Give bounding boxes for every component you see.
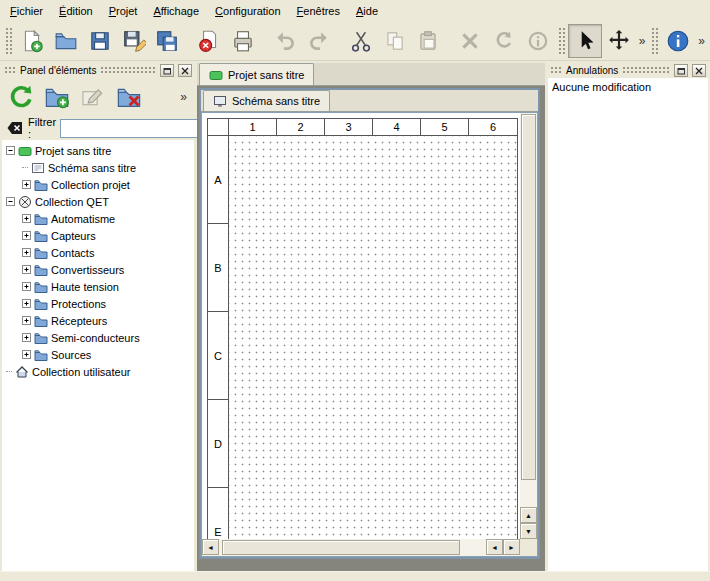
column-header-label: 4 [373,119,421,135]
vertical-scrollbar[interactable]: ▲ ▼ [520,113,537,539]
expand-icon[interactable] [22,214,31,223]
copy-icon [383,29,407,53]
scroll-right-button[interactable]: ► [503,539,520,555]
toolbar-drag-handle[interactable] [651,27,658,55]
rotate-button[interactable] [487,24,521,58]
tree-item[interactable]: Contacts [2,244,194,261]
tree-item-label: Collection utilisateur [32,366,130,378]
menu-projet[interactable]: Projet [101,2,146,20]
save-as-button[interactable] [117,24,151,58]
toolbar-drag-handle[interactable] [5,27,12,55]
float-panel-button[interactable] [160,64,174,77]
expand-icon[interactable] [22,265,31,274]
collapse-icon[interactable] [6,197,15,206]
expand-icon[interactable] [22,248,31,257]
tree-item[interactable]: Collection projet [2,176,194,193]
menu-aide[interactable]: Aide [348,2,386,20]
tree-item[interactable]: Protections [2,295,194,312]
tree-item[interactable]: Convertisseurs [2,261,194,278]
vertical-scroll-track[interactable] [520,113,537,507]
undo-panel-titlebar[interactable]: Annulations [548,63,708,78]
float-undo-panel-button[interactable] [674,64,688,77]
expand-icon[interactable] [22,282,31,291]
tree-item-label: Capteurs [51,230,96,242]
select-tool-button[interactable] [568,24,602,58]
move-tool-button[interactable] [602,24,636,58]
tree-item-label: Protections [51,298,106,310]
tree-item[interactable]: Semi-conducteurs [2,329,194,346]
menu-affichage[interactable]: Affichage [145,2,207,20]
tree-item[interactable]: Sources [2,346,194,363]
paste-button[interactable] [412,24,446,58]
project-tab[interactable]: Projet sans titre [199,63,314,85]
expand-icon[interactable] [22,299,31,308]
element-info-button[interactable] [521,24,555,58]
menu-fenetres[interactable]: Fenêtres [289,2,348,20]
tools-overflow-chevron[interactable]: » [636,34,649,48]
vertical-scroll-thumb[interactable] [521,114,536,480]
expand-icon[interactable] [22,316,31,325]
close-panel-button[interactable] [178,64,192,77]
tree-item[interactable]: Récepteurs [2,312,194,329]
column-header-label: 2 [277,119,325,135]
copy-button[interactable] [378,24,412,58]
cursor-arrow-icon [573,29,597,53]
menu-configuration[interactable]: Configuration [207,2,288,20]
save-all-button[interactable] [150,24,184,58]
down-arrow-icon: ▼ [525,528,532,535]
scroll-left-button[interactable]: ◄ [202,539,219,555]
save-button[interactable] [83,24,117,58]
panel-overflow-chevron[interactable]: » [177,90,190,104]
expand-icon[interactable] [22,231,31,240]
grid-dots-area[interactable] [229,136,517,539]
tree-item[interactable]: Capteurs [2,227,194,244]
diagram-canvas[interactable]: 123456 ABCDE [202,113,520,539]
expand-icon[interactable] [22,180,31,189]
expand-icon[interactable] [22,333,31,342]
print-button[interactable] [226,24,260,58]
row-header-label: A [208,136,228,224]
open-project-button[interactable] [49,24,83,58]
tree-item[interactable]: Schéma sans titre [2,159,194,176]
redo-button[interactable] [302,24,336,58]
tree-item[interactable]: Projet sans titre [2,142,194,159]
elements-panel-title: Panel d'éléments [20,65,96,76]
horizontal-scroll-thumb[interactable] [222,540,460,555]
info-gray-icon [526,29,550,53]
tree-item-label: Semi-conducteurs [51,332,140,344]
elements-panel-titlebar[interactable]: Panel d'éléments [2,63,194,78]
new-element-button[interactable] [42,82,72,112]
undo-button[interactable] [268,24,302,58]
expand-icon[interactable] [22,350,31,359]
tree-item-label: Automatisme [51,213,115,225]
horizontal-scrollbar[interactable]: ◄ ◄ ► [202,539,520,556]
close-project-button[interactable] [192,24,226,58]
scroll-up-button[interactable]: ▲ [520,507,537,523]
tree-item[interactable]: Haute tension [2,278,194,295]
toolbar-drag-handle[interactable] [558,27,565,55]
undo-panel-title: Annulations [566,65,618,76]
close-undo-panel-button[interactable] [692,64,706,77]
scroll-down-button[interactable]: ▼ [520,523,537,539]
filter-input[interactable] [60,119,208,138]
reload-collections-button[interactable] [6,82,36,112]
menu-fichier[interactable]: Fichier [2,2,51,20]
about-button[interactable] [661,24,695,58]
new-project-button[interactable] [15,24,49,58]
undo-history-list[interactable]: Aucune modification [548,78,708,571]
delete-element-button[interactable] [114,82,144,112]
tree-item[interactable]: Collection QET [2,193,194,210]
schema-tab[interactable]: Schéma sans titre [203,90,330,111]
cut-button[interactable] [344,24,378,58]
diagram-view[interactable]: 123456 ABCDE ▲ ▼ [201,112,538,557]
collapse-icon[interactable] [6,146,15,155]
menu-edition[interactable]: Édition [51,2,101,20]
help-overflow-chevron[interactable]: » [695,34,708,48]
tree-item[interactable]: Collection utilisateur [2,363,194,380]
clear-filter-button[interactable] [6,118,24,138]
tree-item[interactable]: Automatisme [2,210,194,227]
delete-button[interactable] [453,24,487,58]
horizontal-scroll-track[interactable] [219,539,486,556]
edit-element-button[interactable] [78,82,108,112]
scroll-left-button-2[interactable]: ◄ [486,539,503,555]
